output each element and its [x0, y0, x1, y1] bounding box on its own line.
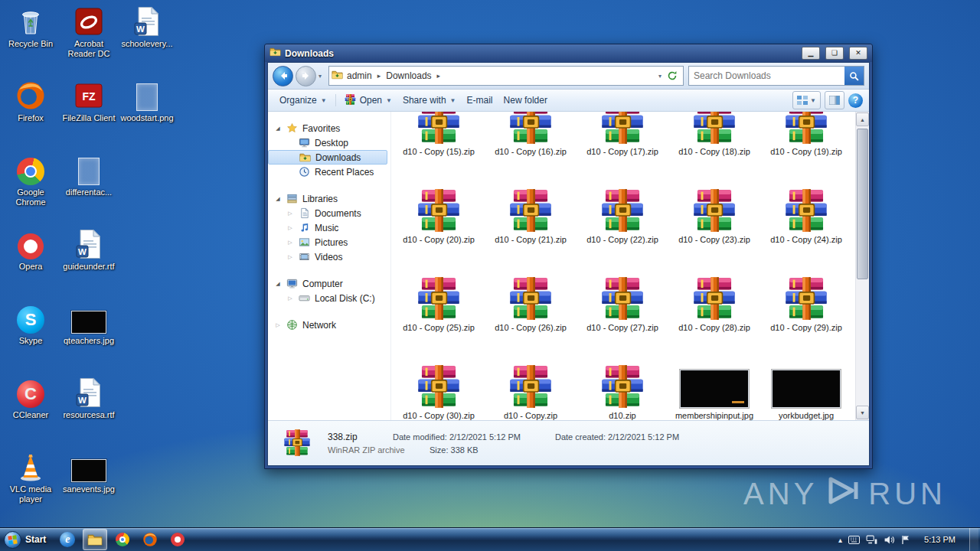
expanded-triangle-icon[interactable]: ◢	[274, 196, 282, 202]
action-center-icon[interactable]	[901, 535, 910, 545]
sidebar-item-pictures[interactable]: ▷Pictures	[268, 235, 390, 249]
file-item[interactable]: d10 - Copy (24).zip	[760, 180, 852, 268]
winrar-mini-icon	[345, 94, 356, 107]
maximize-button[interactable]: ❏	[825, 47, 844, 60]
address-bar[interactable]: admin ▸ Downloads ▸ ▾	[328, 66, 684, 86]
keyboard-icon[interactable]	[848, 536, 860, 544]
file-item[interactable]: d10 - Copy (30).zip	[393, 356, 485, 420]
taskbar-clock[interactable]: 5:13 PM	[916, 535, 963, 544]
desktop-icon-differentac[interactable]: differentac...	[60, 152, 118, 226]
collapsed-triangle-icon[interactable]: ▷	[286, 210, 294, 217]
desktop-icon-filezilla-client[interactable]: FZFileZilla Client	[60, 77, 118, 152]
desktop-icon-acrobat-reader-dc[interactable]: Acrobat Reader DC	[60, 3, 118, 77]
desktop-icon-resourcesa-rtf[interactable]: Wresourcesa.rtf	[60, 374, 118, 448]
file-item[interactable]: d10 - Copy (19).zip	[760, 112, 852, 180]
desktop-icon-schoolevery[interactable]: Wschoolevery...	[118, 3, 176, 77]
search-input[interactable]	[689, 70, 844, 81]
file-item[interactable]: d10 - Copy (17).zip	[577, 112, 668, 180]
search-button[interactable]	[844, 67, 864, 85]
desktop-icon-skype[interactable]: SSkype	[2, 300, 60, 374]
file-item[interactable]: d10 - Copy (27).zip	[577, 268, 668, 356]
file-item[interactable]: d10 - Copy (20).zip	[393, 180, 485, 268]
taskbar-app-opera[interactable]	[165, 529, 190, 550]
breadcrumb-chevron[interactable]: ▸	[436, 72, 443, 80]
desktop-icon-guideunder-rtf[interactable]: Wguideunder.rtf	[60, 226, 118, 300]
file-item[interactable]: d10.zip	[577, 356, 668, 420]
email-button[interactable]: E-mail	[462, 93, 498, 108]
network-icon[interactable]	[866, 535, 877, 545]
help-button[interactable]: ?	[848, 93, 863, 108]
file-item[interactable]: membershipinput.jpg	[668, 356, 760, 420]
refresh-button[interactable]	[664, 68, 681, 83]
taskbar-app-internet-explorer[interactable]: e	[55, 529, 80, 550]
expanded-triangle-icon[interactable]: ◢	[274, 281, 282, 287]
file-item[interactable]: d10 - Copy (23).zip	[668, 180, 760, 268]
desktop-icon-sanevents-jpg[interactable]: sanevents.jpg	[60, 448, 118, 523]
file-item[interactable]: d10 - Copy (28).zip	[668, 268, 760, 356]
minimize-button[interactable]: ▁	[802, 47, 820, 60]
organize-button[interactable]: Organize▼	[274, 93, 332, 108]
collapsed-triangle-icon[interactable]: ▷	[286, 225, 294, 231]
desktop-icon-vlc-media-player[interactable]: VLC media player	[2, 448, 60, 523]
show-desktop-button[interactable]	[969, 528, 978, 551]
file-item[interactable]: d10 - Copy (16).zip	[485, 112, 577, 180]
sidebar-section-favorites[interactable]: ◢Favorites	[268, 121, 390, 135]
address-dropdown-button[interactable]: ▾	[656, 73, 664, 80]
desktop-icon-google-chrome[interactable]: Google Chrome	[2, 152, 60, 226]
forward-button[interactable]	[296, 66, 316, 86]
volume-icon[interactable]	[884, 535, 895, 545]
sidebar-item-videos[interactable]: ▷Videos	[268, 249, 390, 264]
sidebar-item-recent-places[interactable]: Recent Places	[268, 165, 390, 179]
scroll-thumb[interactable]	[857, 129, 868, 279]
open-button[interactable]: Open▼	[339, 92, 397, 109]
file-item[interactable]: d10 - Copy (25).zip	[393, 268, 485, 356]
share-with-button[interactable]: Share with▼	[397, 93, 462, 108]
collapsed-triangle-icon[interactable]: ▷	[286, 295, 294, 302]
new-folder-button[interactable]: New folder	[498, 93, 553, 108]
collapsed-triangle-icon[interactable]: ▷	[286, 254, 294, 260]
file-item[interactable]: d10 - Copy (21).zip	[485, 180, 577, 268]
winrar-archive-icon	[600, 269, 645, 320]
breadcrumb-user[interactable]: admin	[343, 70, 376, 81]
collapsed-triangle-icon[interactable]: ▷	[274, 322, 282, 328]
winrar-archive-icon	[600, 357, 645, 408]
file-item[interactable]: d10 - Copy (18).zip	[668, 112, 760, 180]
taskbar-app-windows-explorer[interactable]	[83, 529, 107, 550]
file-item[interactable]: d10 - Copy (15).zip	[393, 112, 485, 180]
scroll-down-button[interactable]: ▼	[856, 406, 869, 419]
breadcrumb-chevron[interactable]: ▸	[376, 72, 383, 80]
sidebar-item-local-disk-c[interactable]: ▷Local Disk (C:)	[268, 291, 390, 305]
taskbar-app-google-chrome[interactable]	[110, 529, 135, 550]
scroll-up-button[interactable]: ▲	[856, 112, 869, 126]
sidebar-item-music[interactable]: ▷Music	[268, 220, 390, 235]
breadcrumb-folder[interactable]: Downloads	[382, 70, 435, 81]
file-item[interactable]: d10 - Copy.zip	[485, 356, 577, 420]
sidebar-section-computer[interactable]: ◢Computer	[268, 276, 390, 291]
sidebar-item-desktop[interactable]: Desktop	[268, 135, 390, 150]
expanded-triangle-icon[interactable]: ◢	[274, 126, 282, 132]
recent-pages-dropdown[interactable]: ▾	[316, 73, 324, 80]
sidebar-section-network[interactable]: ▷Network	[268, 318, 390, 332]
desktop-icon-qteachers-jpg[interactable]: qteachers.jpg	[60, 300, 118, 374]
hidden-icons-icon[interactable]: ▴	[838, 536, 842, 544]
sidebar-item-downloads[interactable]: Downloads	[268, 150, 387, 165]
file-item[interactable]: d10 - Copy (22).zip	[577, 180, 668, 268]
desktop-icon-ccleaner[interactable]: CCCleaner	[2, 374, 60, 448]
back-button[interactable]	[273, 66, 293, 86]
desktop-icon-firefox[interactable]: Firefox	[2, 77, 60, 152]
collapsed-triangle-icon[interactable]: ▷	[286, 240, 294, 246]
file-item[interactable]: d10 - Copy (29).zip	[760, 268, 852, 356]
desktop-icon-woodstart-png[interactable]: woodstart.png	[118, 77, 176, 152]
file-item[interactable]: d10 - Copy (26).zip	[485, 268, 577, 356]
sidebar-section-libraries[interactable]: ◢Libraries	[268, 191, 390, 206]
start-button[interactable]: Start	[0, 528, 54, 551]
preview-pane-button[interactable]	[825, 91, 844, 109]
taskbar-app-firefox[interactable]	[138, 529, 162, 550]
close-button[interactable]: ✕	[849, 47, 867, 60]
titlebar[interactable]: Downloads ▁ ❏ ✕	[267, 44, 870, 62]
sidebar-item-documents[interactable]: ▷Documents	[268, 206, 390, 220]
desktop-icon-opera[interactable]: Opera	[2, 226, 60, 300]
desktop-icon-recycle-bin[interactable]: Recycle Bin	[2, 3, 60, 77]
file-item[interactable]: yorkbudget.jpg	[760, 356, 852, 420]
change-view-button[interactable]: ▼	[792, 91, 821, 109]
